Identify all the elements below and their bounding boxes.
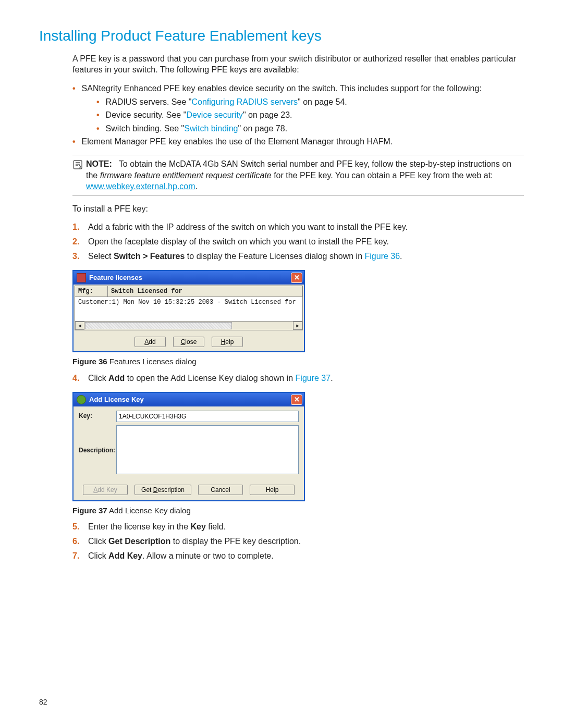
bullet-text: Element Manager PFE key enables the use … (82, 136, 393, 147)
text: " on page 54. (298, 97, 347, 106)
text: Enter the license key in the (88, 522, 191, 531)
step-number: 5. (72, 521, 83, 533)
add-button[interactable]: AAdddd (134, 337, 166, 347)
bullet-santegrity: • SANtegrity Enhanced PFE key enables de… (72, 83, 524, 94)
grid-row[interactable]: Customer:1) Mon Nov 10 15:32:25 2003 - S… (75, 297, 302, 321)
key-label: Key: (79, 411, 116, 420)
app-icon (77, 395, 86, 404)
subbullet-switch-binding: • Switch binding. See "Switch binding" o… (96, 123, 524, 134)
text: Add (108, 374, 125, 382)
step-text: Select Switch > Features to display the … (88, 251, 402, 262)
bullet-marker: • (96, 96, 100, 108)
text: Click (88, 551, 108, 560)
column-licensed-for[interactable]: Switch Licensed for (108, 286, 302, 297)
key-input[interactable] (116, 411, 299, 422)
bullet-element-manager: • Element Manager PFE key enables the us… (72, 136, 524, 147)
note-label: NOTE: (86, 159, 112, 168)
link-device-security[interactable]: Device security (186, 110, 242, 119)
text: . (400, 252, 402, 261)
text: Click (88, 537, 108, 546)
window-title: Add License Key (89, 395, 144, 404)
text: . (331, 374, 333, 382)
step-2: 2.Open the faceplate display of the swit… (72, 236, 524, 248)
button-row: AAdddd CloseClose HelpHelp (74, 331, 304, 351)
step-text: Click Add to open the Add License Key di… (88, 373, 333, 384)
close-button[interactable]: CloseClose (173, 337, 204, 347)
text: " on page 23. (243, 110, 292, 119)
text: RADIUS servers. See " (106, 97, 192, 106)
link-figure-36[interactable]: Figure 36 (365, 252, 400, 261)
column-mfg[interactable]: Mfg: (75, 286, 108, 297)
text: Add Key (108, 551, 142, 560)
link-webkey[interactable]: www.webkey.external.hp.com (86, 182, 195, 191)
caption-text: Features Licenses dialog (107, 357, 197, 366)
figure-37-caption: Figure 37 Add License Key dialog (72, 505, 524, 516)
grid-header: Mfg: Switch Licensed for (75, 286, 302, 297)
step-number: 4. (72, 373, 83, 384)
add-license-key-dialog: Add License Key ✕ Key: Description: Add … (72, 392, 305, 501)
link-switch-binding[interactable]: Switch binding (184, 124, 238, 133)
text: firmware feature entitlement request cer… (100, 171, 272, 180)
svg-rect-0 (74, 161, 82, 169)
button-row: Add KeyAdd Key Get DescriptionGet Descri… (74, 482, 304, 500)
description-textarea[interactable] (116, 425, 299, 474)
divider (72, 155, 524, 155)
horizontal-scrollbar[interactable]: ◄ ► (75, 321, 302, 330)
titlebar[interactable]: Feature licenses ✕ (74, 271, 304, 285)
key-row: Key: (79, 411, 299, 422)
text: . (195, 182, 198, 191)
subbullet-device-security: • Device security. See "Device security"… (96, 109, 524, 121)
app-icon (77, 273, 86, 282)
bullet-marker: • (96, 109, 100, 121)
license-grid: Mfg: Switch Licensed for Customer:1) Mon… (75, 286, 303, 330)
bullet-text: RADIUS servers. See "Configuring RADIUS … (106, 96, 347, 108)
feature-licenses-dialog: Feature licenses ✕ Mfg: Switch Licensed … (72, 270, 305, 352)
text: Click (88, 374, 108, 382)
link-figure-37[interactable]: Figure 37 (296, 374, 331, 382)
add-key-button[interactable]: Add KeyAdd Key (83, 485, 128, 495)
bullet-marker: • (72, 83, 76, 94)
text: . Allow a minute or two to complete. (142, 551, 274, 560)
text: to open the Add License Key dialog shown… (125, 374, 295, 382)
text: for the PFE key. You can obtain a PFE ke… (272, 171, 493, 180)
step-number: 1. (72, 221, 83, 233)
text: Get Description (108, 537, 170, 546)
close-button[interactable]: ✕ (291, 394, 302, 405)
figure-label: Figure 36 (72, 357, 107, 366)
scroll-right-button[interactable]: ► (293, 322, 302, 330)
step-text: Click Add Key. Allow a minute or two to … (88, 550, 274, 562)
get-description-button[interactable]: Get DescriptionGet Description (134, 485, 191, 495)
step-3: 3.Select Switch > Features to display th… (72, 251, 524, 262)
help-button[interactable]: Help (250, 485, 295, 495)
step-text: Click Get Description to display the PFE… (88, 536, 301, 547)
text: Key (191, 522, 206, 531)
intro-text: A PFE key is a password that you can pur… (72, 53, 524, 76)
link-configure-radius[interactable]: Configuring RADIUS servers (191, 97, 298, 106)
text: Switch binding. See " (106, 124, 185, 133)
titlebar[interactable]: Add License Key ✕ (74, 393, 304, 406)
text: Device security. See " (106, 110, 187, 119)
bullet-text: SANtegrity Enhanced PFE key enables devi… (82, 83, 482, 94)
window-title: Feature licenses (89, 273, 142, 282)
step-text: Open the faceplate display of the switch… (88, 236, 389, 248)
caption-text: Add License Key dialog (107, 506, 191, 515)
close-button[interactable]: ✕ (291, 273, 302, 283)
bullet-marker: • (96, 123, 100, 134)
text: field. (206, 522, 226, 531)
bullet-text: Device security. See "Device security" o… (106, 109, 292, 121)
figure-label: Figure 37 (72, 506, 107, 515)
bullet-text: Switch binding. See "Switch binding" on … (106, 123, 287, 134)
cancel-button[interactable]: Cancel (198, 485, 243, 495)
scroll-left-button[interactable]: ◄ (75, 322, 84, 330)
step-1: 1.Add a fabric with the IP address of th… (72, 221, 524, 233)
text: Select (88, 252, 114, 261)
note-block: NOTE: To obtain the McDATA 4Gb SAN Switc… (72, 155, 524, 196)
scroll-thumb[interactable] (85, 322, 232, 329)
divider (72, 195, 524, 196)
help-button[interactable]: HelpHelp (212, 337, 243, 347)
note-text: NOTE: To obtain the McDATA 4Gb SAN Switc… (86, 158, 524, 192)
subbullet-radius: • RADIUS servers. See "Configuring RADIU… (96, 96, 524, 108)
step-7: 7.Click Add Key. Allow a minute or two t… (72, 550, 524, 562)
step-6: 6.Click Get Description to display the P… (72, 536, 524, 547)
text: to display the Feature Licenses dialog s… (185, 252, 364, 261)
